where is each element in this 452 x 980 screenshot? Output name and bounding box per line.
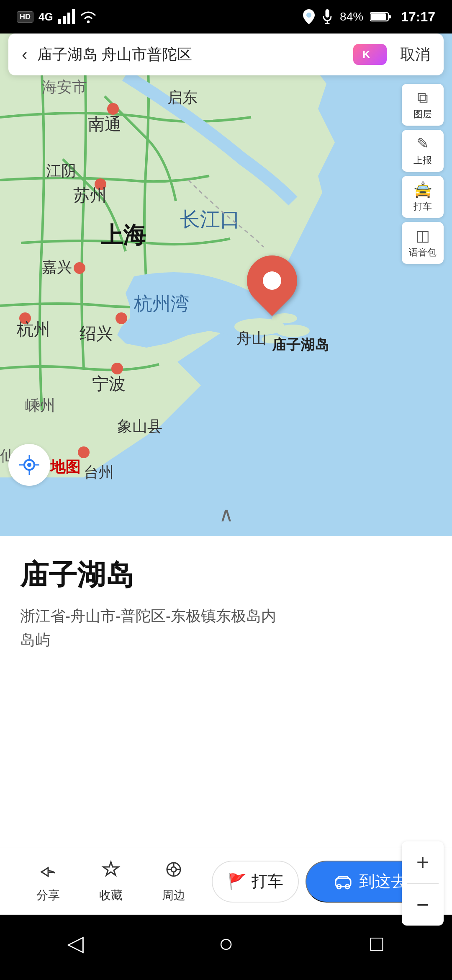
svg-rect-11 [371, 13, 386, 20]
svg-text:江阴: 江阴 [46, 162, 76, 179]
svg-point-4 [87, 21, 89, 23]
nearby-button[interactable]: 周边 [142, 859, 205, 903]
svg-point-49 [27, 463, 31, 467]
bottom-nav: ◁ ○ □ [0, 915, 452, 980]
svg-text:象山县: 象山县 [117, 418, 162, 435]
star-icon [101, 859, 121, 884]
svg-rect-6 [326, 9, 329, 18]
taxi-flag-icon: 🚩 [228, 873, 247, 890]
svg-text:海安市: 海安市 [42, 78, 87, 95]
svg-rect-1 [63, 16, 66, 24]
signal-bars-icon [58, 9, 75, 24]
layer-icon: ⧉ [417, 89, 428, 106]
battery-text: 84% [340, 10, 363, 23]
svg-text:长江口: 长江口 [180, 208, 240, 230]
voice-button[interactable]: ◫ 语音包 [402, 222, 444, 264]
svg-text:庙子湖岛: 庙子湖岛 [272, 337, 329, 353]
nearby-icon [164, 859, 184, 884]
back-button[interactable]: ‹ [22, 45, 27, 64]
svg-rect-2 [67, 13, 70, 24]
share-button[interactable]: 分享 [17, 859, 80, 903]
svg-point-16 [276, 325, 310, 337]
taxi-button[interactable]: 🚩 打车 [212, 861, 299, 903]
svg-point-23 [111, 363, 123, 374]
svg-point-55 [171, 867, 176, 872]
svg-text:启东: 启东 [167, 89, 198, 106]
svg-text:台州: 台州 [84, 464, 114, 481]
status-bar: HD 4G 84% [0, 0, 452, 34]
taxi-label: 打车 [252, 871, 283, 892]
pin-inner [263, 271, 281, 290]
status-left: HD 4G [17, 9, 97, 24]
status-right: 84% 17:17 [303, 9, 435, 25]
svg-rect-3 [72, 9, 75, 24]
location-status-icon [303, 9, 315, 24]
map-controls: ⧉ 图层 ✎ 上报 🚖 打车 ◫ 语音包 [402, 84, 444, 264]
place-name: 庙子湖岛 [20, 556, 432, 594]
mic-status-icon [321, 9, 333, 24]
signal-4g: 4G [39, 10, 53, 23]
nav-back-button[interactable]: ◁ [59, 926, 92, 960]
share-label: 分享 [36, 887, 60, 903]
svg-point-20 [74, 262, 85, 274]
action-bar: 分享 收藏 周边 🚩 打车 [0, 848, 452, 915]
map-location-pin [247, 255, 297, 306]
report-button[interactable]: ✎ 上报 [402, 130, 444, 172]
svg-text:绍兴: 绍兴 [80, 324, 113, 343]
recent-nav-icon: □ [370, 931, 383, 956]
nav-home-button[interactable]: ○ [209, 926, 243, 960]
time-display: 17:17 [401, 9, 435, 25]
taxi-map-button[interactable]: 🚖 打车 [402, 176, 444, 218]
zoom-out-button[interactable]: − [402, 884, 444, 926]
home-nav-icon: ○ [218, 929, 234, 958]
hd-badge: HD [17, 11, 33, 23]
battery-icon [370, 11, 391, 23]
pin-circle [236, 245, 308, 316]
svg-text:杭州: 杭州 [16, 320, 50, 338]
search-bar: ‹ 庙子湖岛 舟山市普陀区 K 取消 [8, 34, 444, 75]
location-target-icon [18, 453, 41, 477]
svg-point-18 [107, 103, 119, 115]
svg-text:杭州湾: 杭州湾 [134, 293, 189, 314]
favorite-label: 收藏 [99, 887, 123, 903]
taxi-icon: 🚖 [413, 181, 432, 199]
map-area[interactable]: 海安市 南通 启东 江阴 苏州 上海 长江口 嘉兴 杭州湾 杭州 绍兴 宁波 舟… [0, 34, 452, 536]
svg-text:苏州: 苏州 [73, 186, 107, 204]
nav-recent-button[interactable]: □ [360, 926, 393, 960]
svg-point-15 [272, 313, 297, 323]
voice-icon: ◫ [416, 227, 430, 245]
svg-point-5 [306, 13, 311, 18]
svg-text:嘉兴: 嘉兴 [42, 258, 72, 276]
svg-point-22 [116, 312, 127, 324]
zoom-in-button[interactable]: + [402, 841, 444, 883]
collapse-button[interactable]: ∧ [219, 503, 234, 526]
svg-rect-10 [388, 15, 391, 18]
svg-text:舟山: 舟山 [236, 330, 267, 347]
report-icon: ✎ [416, 135, 429, 152]
my-location-button[interactable] [8, 444, 50, 486]
layer-button[interactable]: ⧉ 图层 [402, 84, 444, 126]
kuaishou-icon[interactable]: K [353, 44, 387, 65]
svg-point-24 [78, 446, 90, 458]
wifi-icon [80, 9, 97, 24]
svg-rect-0 [58, 19, 61, 24]
back-nav-icon: ◁ [67, 931, 84, 956]
collapse-arrow-icon: ∧ [219, 503, 234, 526]
svg-text:嵊州: 嵊州 [25, 397, 55, 414]
share-icon [38, 859, 58, 884]
place-address: 浙江省-舟山市-普陀区-东极镇东极岛内 [20, 606, 432, 627]
svg-text:K: K [362, 48, 370, 61]
svg-text:上海: 上海 [100, 222, 146, 248]
search-query[interactable]: 庙子湖岛 舟山市普陀区 [37, 44, 353, 65]
svg-text:宁波: 宁波 [92, 374, 126, 393]
svg-text:南通: 南通 [88, 115, 121, 133]
place-type: 岛屿 [20, 630, 432, 650]
cancel-button[interactable]: 取消 [400, 44, 430, 65]
navigate-label: 到这去 [359, 871, 407, 892]
car-nav-icon [334, 872, 352, 891]
kuaishou-logo-icon: K [362, 48, 378, 61]
nearby-label: 周边 [162, 887, 185, 903]
zoom-controls: + − [402, 841, 444, 926]
favorite-button[interactable]: 收藏 [80, 859, 142, 903]
